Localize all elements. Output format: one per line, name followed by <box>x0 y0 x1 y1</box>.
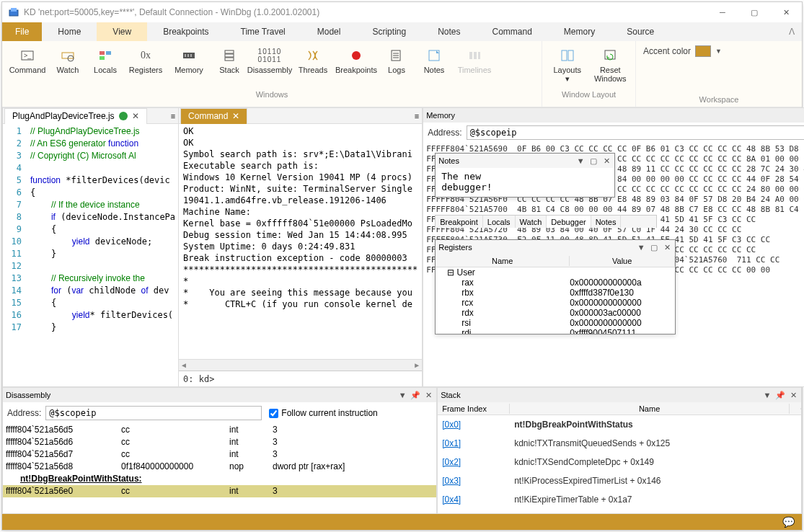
editor-menu-icon[interactable]: ≡ <box>171 112 175 120</box>
disassembly-body[interactable]: fffff804`521a56d5ccint3fffff804`521a56d6… <box>3 424 436 513</box>
mini-tab-notes[interactable]: Notes <box>591 216 622 228</box>
registers-close-icon[interactable]: ✕ <box>662 243 672 252</box>
svg-rect-6 <box>100 51 105 55</box>
ribbon-locals[interactable]: Locals <box>87 44 123 89</box>
script-status-icon <box>119 112 128 120</box>
ribbon-breakpoints[interactable]: Breakpoints <box>335 44 377 89</box>
notes-dropdown-icon[interactable]: ▼ <box>575 156 586 165</box>
svg-rect-26 <box>568 50 573 61</box>
svg-text:>_: >_ <box>24 52 32 59</box>
statusbar: 💬 <box>2 514 802 530</box>
command-prompt[interactable]: 0: kd> <box>179 371 422 386</box>
disassembly-pin-icon[interactable]: 📌 <box>410 391 420 400</box>
accent-dropdown-icon[interactable]: ▼ <box>715 48 722 55</box>
stack-dropdown-icon[interactable]: ▼ <box>762 391 772 399</box>
memory-address-input[interactable] <box>467 125 804 140</box>
menu-scripting[interactable]: Scripting <box>356 22 422 41</box>
follow-instruction-checkbox[interactable] <box>269 409 278 418</box>
menu-notes[interactable]: Notes <box>422 22 476 41</box>
svg-rect-1 <box>11 8 17 12</box>
disassembly-address-label: Address: <box>7 408 41 418</box>
svg-rect-7 <box>106 51 111 55</box>
svg-rect-27 <box>605 50 615 59</box>
editor-tab-close-icon[interactable]: ✕ <box>132 111 139 121</box>
code-lines[interactable]: // PlugAndPlayDeviceTree.js // An ES6 ge… <box>27 124 178 386</box>
stack-row[interactable]: [0x4]nt!KiExpireTimerTable + 0x1a7 <box>438 490 801 509</box>
mini-tab-locals[interactable]: Locals <box>483 216 516 228</box>
registers-maximize-icon[interactable]: ▢ <box>649 243 659 252</box>
command-menu-icon[interactable]: ≡ <box>415 112 419 120</box>
svg-point-16 <box>352 51 361 60</box>
registers-float-window[interactable]: Registers ▼ ▢ ✕ Name Value ⊟ User rax0x0… <box>435 239 676 334</box>
close-button[interactable]: ✕ <box>770 2 802 22</box>
menu-command[interactable]: Command <box>477 22 548 41</box>
ribbon-notes[interactable]: Notes <box>416 44 452 89</box>
stack-pin-icon[interactable]: 📌 <box>775 391 785 400</box>
menu-file[interactable]: File <box>2 22 42 41</box>
notes-float-window[interactable]: Notes ▼ ▢ ✕ The new debugger! <box>435 153 615 198</box>
notes-close-icon[interactable]: ✕ <box>601 156 611 166</box>
stack-body[interactable]: [0x0]nt!DbgBreakPointWithStatus[0x1]kdni… <box>438 415 801 513</box>
stack-row[interactable]: [0x1]kdnic!TXTransmitQueuedSends + 0x125 <box>438 434 801 453</box>
ribbon-layouts[interactable]: Layouts ▾ <box>547 44 588 89</box>
ribbon-reset-windows[interactable]: Reset Windows <box>590 44 632 89</box>
register-row[interactable]: rcx0x0000000000000 <box>436 298 675 308</box>
ribbon-command[interactable]: >_Command <box>6 44 48 89</box>
menu-view[interactable]: View <box>97 22 147 41</box>
registers-float-title: Registers <box>438 243 633 252</box>
app-icon <box>8 6 19 18</box>
stack-close-icon[interactable]: ✕ <box>788 391 798 400</box>
svg-rect-24 <box>478 52 480 59</box>
app-window: KD 'net:port=50005,key=****', Default Co… <box>1 1 803 531</box>
svg-rect-8 <box>100 56 105 60</box>
ribbon-watch[interactable]: Watch <box>50 44 86 89</box>
accent-color-swatch[interactable] <box>695 45 711 57</box>
menu-memory[interactable]: Memory <box>548 22 611 41</box>
register-row[interactable]: rbx0xffffd387f0e130 <box>436 288 675 298</box>
command-output[interactable]: OK OK Symbol search path is: srv*;E:\Dat… <box>179 124 422 359</box>
ribbon-logs[interactable]: Logs <box>379 44 415 89</box>
ribbon-windows-group-label: Windows <box>2 89 542 102</box>
registers-dropdown-icon[interactable]: ▼ <box>636 243 646 252</box>
register-row[interactable]: rdx0x000003ac00000 <box>436 308 675 318</box>
command-tab-close-icon[interactable]: ✕ <box>232 111 239 121</box>
register-row[interactable]: rsi0x0000000000000 <box>436 318 675 328</box>
feedback-icon[interactable]: 💬 <box>782 516 795 528</box>
mini-tab-watch[interactable]: Watch <box>516 216 547 228</box>
menu-breakpoints[interactable]: Breakpoints <box>147 22 224 41</box>
minimize-button[interactable]: ─ <box>707 2 738 22</box>
ribbon-collapse-icon[interactable]: ᐱ <box>789 27 795 37</box>
disassembly-dropdown-icon[interactable]: ▼ <box>397 391 407 399</box>
command-tab[interactable]: Command ✕ <box>180 108 247 124</box>
ribbon-threads[interactable]: Threads <box>292 44 334 89</box>
ribbon-stack[interactable]: Stack <box>211 44 247 89</box>
ribbon-registers[interactable]: 0xRegisters <box>125 44 167 89</box>
stack-row[interactable]: [0x3]nt!KiProcessExpiredTimerList + 0x14… <box>438 471 801 490</box>
menu-model[interactable]: Model <box>301 22 357 41</box>
menu-timetravel[interactable]: Time Travel <box>225 22 301 41</box>
registers-group[interactable]: User <box>457 267 475 278</box>
register-row[interactable]: rdi0xffff9004507111 <box>436 328 675 334</box>
disassembly-address-input[interactable] <box>45 406 262 420</box>
registers-header-name: Name <box>436 256 570 266</box>
memory-address-label: Address: <box>428 128 461 138</box>
notes-maximize-icon[interactable]: ▢ <box>588 156 598 166</box>
ribbon-layout-group-label: Window Layout <box>542 89 635 102</box>
editor-tab-script[interactable]: PlugAndPlayDeviceTree.js ✕ <box>4 108 147 124</box>
maximize-button[interactable]: ▢ <box>738 2 770 22</box>
menubar: File Home View Breakpoints Time Travel M… <box>2 22 802 41</box>
ribbon-disassembly[interactable]: 1011001011Disassembly <box>249 44 291 89</box>
stack-row[interactable]: [0x2]kdnic!TXSendCompleteDpc + 0x149 <box>438 453 801 471</box>
stack-header-name: Name <box>510 404 790 414</box>
register-row[interactable]: rax0x000000000000a <box>436 278 675 288</box>
mini-tab-breakpoint[interactable]: Breakpoint <box>436 216 483 228</box>
svg-rect-10 <box>185 54 186 57</box>
command-hscroll[interactable]: ◄► <box>179 359 422 371</box>
menu-source[interactable]: Source <box>611 22 670 41</box>
notes-text[interactable]: The new debugger! <box>436 168 614 195</box>
ribbon-memory[interactable]: Memory <box>168 44 210 89</box>
stack-row[interactable]: [0x0]nt!DbgBreakPointWithStatus <box>438 415 801 434</box>
menu-home[interactable]: Home <box>42 22 97 41</box>
mini-tab-debugger[interactable]: Debugger <box>547 216 591 228</box>
disassembly-close-icon[interactable]: ✕ <box>423 391 433 400</box>
